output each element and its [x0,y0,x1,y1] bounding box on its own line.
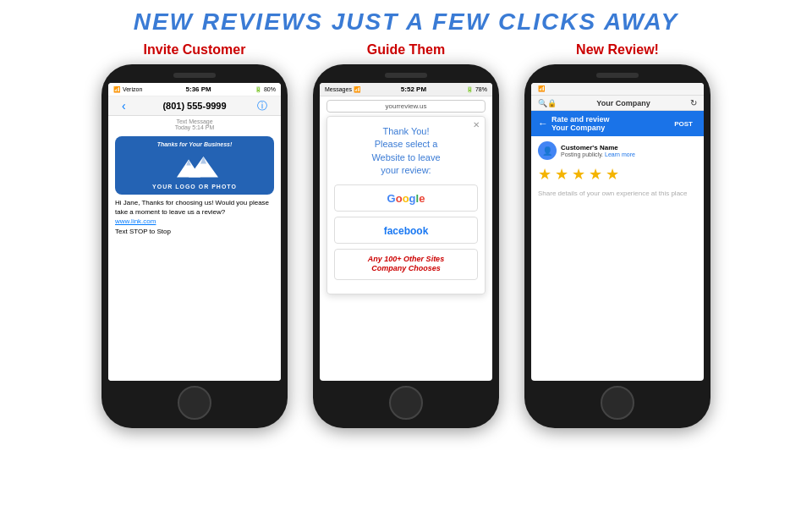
sms-status-bar: 📶 Verizon 5:36 PM 🔋 80% [108,83,281,96]
time-text: 5:36 PM [186,85,211,93]
reviewer-name: Customer's Name [561,144,697,151]
facebook-text: facebook [384,225,429,237]
step-label-review: New Review! [576,42,659,58]
step-review: New Review! 📶 🔍 🔒 Your Company ↻ [524,42,710,428]
phone-screen-guide: Messages 📶 5:52 PM 🔋 78% yourreview.us ✕… [320,83,492,381]
phone-review: 📶 🔍 🔒 Your Company ↻ ← Rate and reviewYo… [524,64,710,428]
star-3[interactable]: ★ [572,165,585,184]
reviewer-avatar: 👤 [538,141,557,160]
stars-row: ★ ★ ★ ★ ★ [538,165,697,184]
sms-logo-area: Thanks for Your Business! YOUR LOGO OR P… [115,136,274,195]
review-rate-title: Rate and reviewYour Company [551,115,667,132]
home-button-2[interactable] [389,386,423,420]
review-back-icon[interactable]: ← [538,118,548,129]
star-4[interactable]: ★ [589,165,602,184]
review-placeholder-text: Share details of your own experience at … [538,189,697,198]
carrier-text: 📶 Verizon [113,86,142,93]
web-status-bar: Messages 📶 5:52 PM 🔋 78% [320,83,492,96]
sms-contact-name: (801) 555-9999 [162,101,226,111]
review-url-bar: 🔍 🔒 Your Company ↻ [531,96,704,111]
sms-text-message: Hi Jane, Thanks for choosing us! Would y… [115,195,274,239]
review-carrier: 📶 [538,85,546,92]
sms-back-icon[interactable]: ‹ [122,99,126,113]
facebook-review-button[interactable]: facebook [334,217,478,244]
web-modal: ✕ Thank You!Please select aWebsite to le… [326,116,486,294]
phone-speaker-2 [385,73,427,78]
google-text: Google [387,192,425,205]
reviewer-info: Customer's Name Posting publicly. Learn … [561,144,697,157]
other-sites-text: Any 100+ Other SitesCompany Chooses [342,255,470,274]
phone-screen-review: 📶 🔍 🔒 Your Company ↻ ← Rate and reviewYo… [531,83,704,381]
sms-link[interactable]: www.link.com [115,217,274,226]
sms-date: Text MessageToday 5:14 PM [108,116,281,133]
sms-header: ‹ (801) 555-9999 ⓘ [108,96,281,116]
star-2[interactable]: ★ [555,165,568,184]
review-body: 👤 Customer's Name Posting publicly. Lear… [531,136,704,203]
web-time: 5:52 PM [401,85,426,93]
posting-public-text: Posting publicly. [561,151,603,157]
phone-invite: 📶 Verizon 5:36 PM 🔋 80% ‹ (801) 555-9999… [102,64,288,428]
sms-logo-top-text: Thanks for Your Business! [157,141,233,147]
sms-body: Thanks for Your Business! YOUR LOGO OR P… [108,133,281,381]
home-button[interactable] [178,386,211,420]
home-button-3[interactable] [601,386,634,420]
lock-icon: 🔒 [547,99,557,107]
google-review-button[interactable]: Google [334,184,478,212]
star-5[interactable]: ★ [606,165,619,184]
phone-screen-invite: 📶 Verizon 5:36 PM 🔋 80% ‹ (801) 555-9999… [108,83,281,381]
review-rate-header: ← Rate and reviewYour Company POST [531,111,704,136]
step-label-guide: Guide Them [367,42,445,58]
learn-more-link[interactable]: Learn more [605,151,635,157]
page-title: NEW REVIEWS JUST A FEW CLICKS AWAY [134,8,679,36]
sms-stop-text: Text STOP to Stop [115,228,171,235]
review-status-bar: 📶 [531,83,704,96]
step-guide: Guide Them Messages 📶 5:52 PM 🔋 78% your… [313,42,499,428]
sms-logo-bottom-text: YOUR LOGO OR PHOTO [152,184,237,190]
step-invite: Invite Customer 📶 Verizon 5:36 PM 🔋 80% … [102,42,288,428]
phone-guide: Messages 📶 5:52 PM 🔋 78% yourreview.us ✕… [313,64,499,428]
web-carrier: Messages 📶 [325,86,361,93]
steps-row: Invite Customer 📶 Verizon 5:36 PM 🔋 80% … [17,42,795,428]
reviewer-row: 👤 Customer's Name Posting publicly. Lear… [538,141,697,160]
search-icon: 🔍 [538,99,547,107]
modal-title: Thank You!Please select aWebsite to leav… [334,125,478,178]
battery-text: 🔋 80% [255,86,276,93]
refresh-icon[interactable]: ↻ [690,98,697,107]
star-1[interactable]: ★ [538,165,551,184]
review-post-button[interactable]: POST [670,118,697,129]
web-battery: 🔋 78% [466,86,487,93]
step-label-invite: Invite Customer [144,42,246,58]
phone-speaker-3 [596,73,639,78]
other-sites-button[interactable]: Any 100+ Other SitesCompany Chooses [334,249,478,280]
sms-info-icon[interactable]: ⓘ [257,99,267,113]
phone-speaker [173,73,216,78]
url-company-name: Your Company [557,99,690,107]
web-url-bar[interactable]: yourreview.us [326,100,486,113]
modal-close-icon[interactable]: ✕ [473,120,480,129]
mountain-logo-icon [169,151,220,180]
